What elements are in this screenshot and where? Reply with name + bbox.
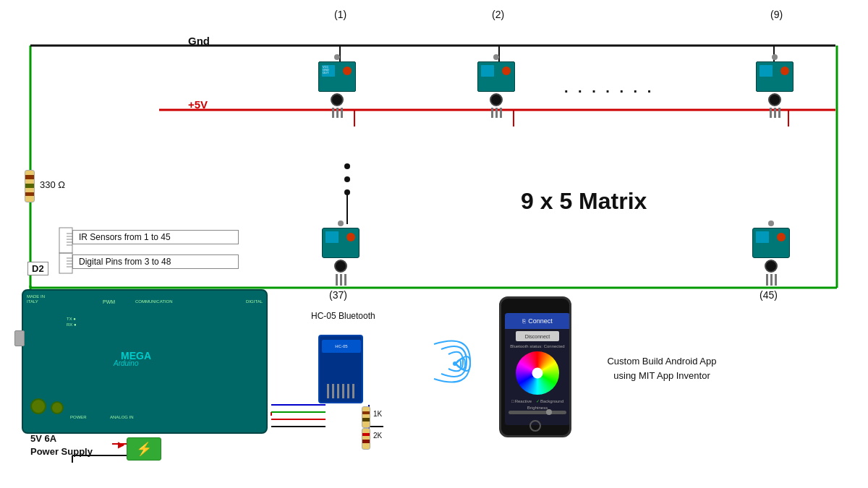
phone-screen: ⎘ Connect Disconnect Bluetooth status: C… (505, 313, 570, 425)
svg-point-12 (344, 163, 350, 169)
bluetooth-waves (423, 338, 488, 392)
phone-home-button (529, 420, 541, 432)
svg-point-14 (344, 189, 350, 195)
brightness-label: Brightness (508, 406, 567, 410)
android-app-label: Custom Build Android App using MIT App I… (597, 354, 727, 382)
module-45-label: (45) (760, 289, 778, 301)
arduino-board: MADE INITALY ⊕ MEGA Arduino PWM COMMUNIC… (22, 289, 268, 434)
svg-point-39 (453, 361, 457, 366)
resistor-2k: 2K (362, 428, 382, 440)
tx-rx: TX ●RX ● (67, 316, 77, 328)
power-supply-label: 5V 6A Power Supply (30, 432, 93, 458)
module-1-top: VCCGNDOUT (318, 54, 356, 118)
hc05-module: HC-05 (318, 322, 363, 403)
plus5v-label: +5V (188, 98, 208, 111)
phone-disconnect-btn: Disconnect (516, 331, 559, 341)
power-bolt-icon: ⚡ (136, 441, 152, 457)
resistor-label: 330 Ω (40, 179, 65, 190)
phone-connect-bar: ⎘ Connect (505, 313, 570, 329)
phone-color-wheel (516, 351, 559, 395)
phone-checkboxes: □Reactive ✓Background (505, 397, 570, 405)
background-checkbox: ✓Background (536, 398, 563, 403)
svg-rect-37 (59, 228, 72, 253)
svg-rect-38 (59, 253, 72, 273)
reactive-checkbox: □Reactive (511, 398, 532, 403)
cap-1 (30, 398, 46, 414)
module-9-label: (9) (770, 9, 783, 20)
digital-pins-label: Digital Pins from 3 to 48 (72, 254, 239, 269)
digital-label: DIGITAL (246, 299, 263, 304)
arduino-text: Arduino (114, 359, 138, 367)
module-37 (322, 221, 359, 286)
svg-point-13 (344, 176, 350, 182)
d2-label: D2 (27, 262, 48, 275)
module-1-label: (1) (334, 9, 346, 20)
gnd-label: Gnd (188, 35, 210, 47)
module-2-label: (2) (492, 9, 504, 20)
ir-sensors-label: IR Sensors from 1 to 45 (72, 230, 239, 244)
analog-label: ANALOG IN (110, 415, 134, 419)
phone-bt-status: Bluetooth status: Connected (505, 343, 570, 349)
module-ellipsis: . . . . . . . (564, 80, 654, 96)
android-phone: ⎘ Connect Disconnect Bluetooth status: C… (499, 296, 571, 437)
module-9-top (756, 54, 793, 118)
cap-2 (51, 401, 64, 414)
hc05-label: HC-05 Bluetooth (311, 311, 375, 321)
module-45 (752, 221, 790, 286)
arduino-made-text: MADE INITALY (27, 294, 45, 304)
power-label-board: POWER (70, 415, 87, 419)
power-arrow: ▶ (112, 443, 127, 445)
usb-connector (14, 330, 25, 346)
comm-label: COMMUNICATION (135, 299, 173, 304)
module-37-label: (37) (329, 289, 347, 301)
brightness-slider (509, 411, 566, 414)
power-supply: ⚡ (127, 437, 161, 461)
matrix-label: 9 x 5 Matrix (521, 188, 647, 215)
pwm-label: PWM (103, 299, 115, 304)
resistor (25, 170, 35, 202)
module-2-top (477, 54, 515, 118)
resistor-1k: 1K (362, 406, 382, 418)
circuit-diagram: Gnd +5V (1) VCCGNDOUT (2) (0, 0, 868, 488)
